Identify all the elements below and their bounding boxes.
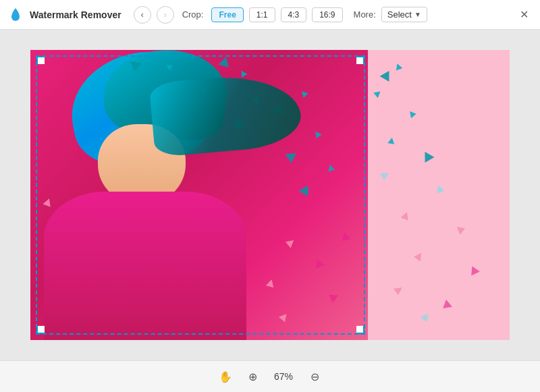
right-section: [368, 50, 510, 340]
main-content: [30, 50, 368, 340]
zoom-out-icon: ⊖: [310, 370, 319, 383]
dropdown-arrow-icon: ▼: [414, 11, 421, 18]
crop-1-1-button[interactable]: 1:1: [249, 7, 275, 22]
hand-tool-button[interactable]: ✋: [216, 367, 235, 386]
canvas-area[interactable]: [0, 30, 540, 360]
app-title: Watermark Remover: [30, 9, 122, 20]
zoom-out-button[interactable]: ⊖: [305, 367, 324, 386]
crop-free-button[interactable]: Free: [211, 7, 243, 22]
image-container: [30, 50, 510, 340]
zoom-toolbar: ✋ ⊕ 67% ⊖: [0, 360, 540, 392]
hand-icon: ✋: [219, 370, 232, 383]
crop-4-3-button[interactable]: 4:3: [281, 7, 307, 22]
app-logo: [7, 6, 24, 24]
back-button[interactable]: ‹: [134, 6, 151, 24]
crop-label: Crop:: [182, 9, 204, 20]
title-bar: Watermark Remover ‹ › Crop: Free 1:1 4:3…: [0, 0, 540, 30]
close-button[interactable]: ✕: [514, 5, 533, 24]
select-label: Select: [387, 9, 412, 20]
forward-button[interactable]: ›: [157, 6, 174, 24]
crop-16-9-button[interactable]: 16:9: [312, 7, 342, 22]
zoom-in-icon: ⊕: [248, 370, 257, 383]
zoom-in-button[interactable]: ⊕: [243, 367, 262, 386]
more-label: More:: [354, 9, 376, 20]
select-dropdown[interactable]: Select ▼: [381, 7, 427, 22]
bottom-section: ✋ ⊕ 67% ⊖ New Image Back Save: [0, 360, 540, 392]
zoom-percentage: 67%: [270, 371, 297, 382]
